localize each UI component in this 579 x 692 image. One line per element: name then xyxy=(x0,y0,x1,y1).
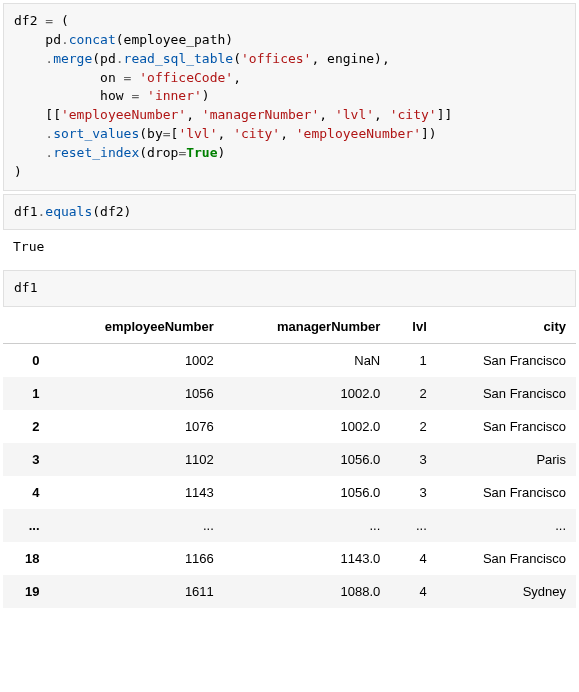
cell: 2 xyxy=(390,377,437,410)
cell: 1002 xyxy=(50,344,224,378)
col-header: lvl xyxy=(390,310,437,344)
col-header: city xyxy=(437,310,576,344)
cell: 4 xyxy=(390,542,437,575)
row-index: 19 xyxy=(3,575,50,608)
table-row-ellipsis: ... ... ... ... ... xyxy=(3,509,576,542)
cell: 1056.0 xyxy=(224,443,390,476)
row-index: 0 xyxy=(3,344,50,378)
row-index: 1 xyxy=(3,377,50,410)
table-row: 19 1611 1088.0 4 Sydney xyxy=(3,575,576,608)
cell: Paris xyxy=(437,443,576,476)
cell: 1088.0 xyxy=(224,575,390,608)
cell: ... xyxy=(50,509,224,542)
cell: San Francisco xyxy=(437,476,576,509)
row-index: 2 xyxy=(3,410,50,443)
row-index: 4 xyxy=(3,476,50,509)
row-index: ... xyxy=(3,509,50,542)
row-index: 3 xyxy=(3,443,50,476)
cell: San Francisco xyxy=(437,410,576,443)
cell: 1 xyxy=(390,344,437,378)
cell: 3 xyxy=(390,443,437,476)
col-header: managerNumber xyxy=(224,310,390,344)
cell: 1611 xyxy=(50,575,224,608)
cell: 1166 xyxy=(50,542,224,575)
dataframe-output: employeeNumber managerNumber lvl city 0 … xyxy=(3,310,576,608)
row-index: 18 xyxy=(3,542,50,575)
col-header: employeeNumber xyxy=(50,310,224,344)
table-row: 18 1166 1143.0 4 San Francisco xyxy=(3,542,576,575)
code-line: on = 'officeCode', xyxy=(14,70,241,85)
code-cell-1: df2 = ( pd.concat(employee_path) .merge(… xyxy=(3,3,576,191)
cell: Sydney xyxy=(437,575,576,608)
cell: 1056 xyxy=(50,377,224,410)
table-row: 0 1002 NaN 1 San Francisco xyxy=(3,344,576,378)
cell: San Francisco xyxy=(437,542,576,575)
cell: NaN xyxy=(224,344,390,378)
cell: 1143.0 xyxy=(224,542,390,575)
code-line: df1.equals(df2) xyxy=(14,204,131,219)
cell: San Francisco xyxy=(437,377,576,410)
cell: 2 xyxy=(390,410,437,443)
code-line: .merge(pd.read_sql_table('offices', engi… xyxy=(14,51,390,66)
code-line: ) xyxy=(14,164,22,179)
table-row: 1 1056 1002.0 2 San Francisco xyxy=(3,377,576,410)
cell: 1076 xyxy=(50,410,224,443)
cell: 1002.0 xyxy=(224,377,390,410)
code-line: how = 'inner') xyxy=(14,88,210,103)
cell: ... xyxy=(437,509,576,542)
output-cell-2: True xyxy=(3,233,576,260)
cell: ... xyxy=(390,509,437,542)
cell: 3 xyxy=(390,476,437,509)
table-row: 4 1143 1056.0 3 San Francisco xyxy=(3,476,576,509)
cell: 4 xyxy=(390,575,437,608)
cell: 1102 xyxy=(50,443,224,476)
code-cell-2: df1.equals(df2) xyxy=(3,194,576,231)
cell: 1143 xyxy=(50,476,224,509)
code-line: [['employeeNumber', 'managerNumber', 'lv… xyxy=(14,107,452,122)
cell: San Francisco xyxy=(437,344,576,378)
code-line: .reset_index(drop=True) xyxy=(14,145,225,160)
table-row: 2 1076 1002.0 2 San Francisco xyxy=(3,410,576,443)
cell: 1056.0 xyxy=(224,476,390,509)
code-line: .sort_values(by=['lvl', 'city', 'employe… xyxy=(14,126,437,141)
code-cell-3: df1 xyxy=(3,270,576,307)
cell: 1002.0 xyxy=(224,410,390,443)
code-line: df1 xyxy=(14,280,37,295)
cell: ... xyxy=(224,509,390,542)
table-row: 3 1102 1056.0 3 Paris xyxy=(3,443,576,476)
table-header-row: employeeNumber managerNumber lvl city xyxy=(3,310,576,344)
code-line: pd.concat(employee_path) xyxy=(14,32,233,47)
code-line: df2 = ( xyxy=(14,13,69,28)
